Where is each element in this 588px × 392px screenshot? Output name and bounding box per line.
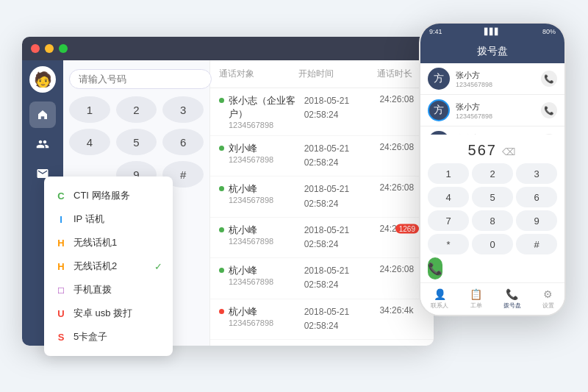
contact-phone: 1234567898 (456, 81, 535, 88)
device-menu-item[interactable]: I IP 话机 (44, 207, 173, 231)
num-btn-6[interactable]: 6 (162, 129, 204, 155)
num-btn-4[interactable]: 4 (69, 129, 110, 155)
phone-nav-label: 拨号盘 (503, 302, 521, 310)
phone-nav-label: 工单 (470, 302, 482, 310)
num-btn-2[interactable]: 2 (116, 96, 157, 123)
phone-nav-设置[interactable]: ⚙ 设置 (542, 288, 554, 310)
contact-info: 张小方 1234567898 (456, 101, 535, 120)
call-status-dot (219, 146, 224, 151)
phone-key-7[interactable]: 7 (428, 210, 469, 231)
device-icon: S (54, 330, 68, 343)
call-contact-num: 1234567898 (229, 155, 304, 164)
call-duration: 24:26:08 (379, 94, 425, 104)
device-icon: I (54, 213, 68, 226)
device-menu-item[interactable]: S 5卡盒子 (44, 325, 173, 349)
call-log-body: 张小志（企业客户） 1234567898 2018-05-2102:58:24 … (210, 88, 434, 346)
minimize-button[interactable] (45, 44, 54, 53)
device-icon: H (54, 260, 68, 273)
call-status-dot (219, 98, 224, 103)
dialer-input[interactable] (69, 69, 212, 89)
device-label: 手机直拨 (74, 283, 112, 296)
contact-item[interactable]: 方 张小方 1234567898 📞 (420, 95, 564, 126)
device-menu-item[interactable]: H 无线话机2 ✓ (44, 254, 173, 278)
device-label: 5卡盒子 (74, 330, 107, 343)
device-label: CTI 网络服务 (74, 189, 130, 202)
call-contact: 杭小峰 1234567898 (229, 264, 304, 286)
call-time: 2018-05-2102:58:24 (304, 94, 380, 122)
contact-avatar: 方 (428, 99, 450, 121)
dialer-input-row (69, 69, 204, 89)
call-time: 2018-05-2102:58:24 (304, 142, 380, 170)
call-duration: 24:26:08 (379, 182, 425, 193)
phone-nav-icon: 📋 (470, 288, 482, 300)
contact-phone: 1234567898 (456, 113, 535, 120)
phone-key-4[interactable]: 4 (428, 187, 469, 207)
device-label: IP 话机 (74, 213, 104, 226)
sidebar-icon-home[interactable] (29, 101, 56, 128)
call-contact: 刘小峰 1234567898 (229, 142, 304, 164)
call-duration: 24:26:08 (379, 142, 425, 152)
call-row[interactable]: 杭小峰 1234567898 2018-05-2102:58:24 24:26:… (210, 258, 434, 299)
phone-display: 567 ⌫ (428, 139, 557, 163)
device-icon: H (54, 236, 68, 249)
phone-nav-工单[interactable]: 📋 工单 (470, 288, 482, 310)
num-btn-3[interactable]: 3 (162, 96, 204, 123)
call-row[interactable]: 刘小峰 1234567898 2018-05-2102:58:24 24:26:… (210, 136, 434, 177)
phone-key-1[interactable]: 1 (428, 163, 469, 184)
call-time: 2018-05-2102:58:24 (304, 305, 380, 333)
call-log: 通话对象 开始时间 通话时长 张小志（企业客户） 1234567898 2018… (210, 60, 434, 346)
call-row[interactable]: 张小志（企业客户） 1234567898 2018-05-2102:58:24 … (210, 88, 434, 136)
sidebar-icon-contacts[interactable] (29, 131, 56, 157)
contact-item[interactable]: 方 张小方 1234567898 📞 (420, 63, 564, 95)
call-contact-num: 1234567898 (229, 277, 304, 286)
phone-key-2[interactable]: 2 (472, 163, 513, 184)
call-duration: 24:26:08 (379, 264, 425, 274)
phone-nav-联系人[interactable]: 👤 联系人 (431, 288, 448, 310)
phone-key-5[interactable]: 5 (472, 187, 513, 207)
device-menu-item[interactable]: U 安卓 usb 拨打 (44, 302, 173, 325)
device-label: 无线话机2 (74, 260, 117, 273)
call-contact-name: 杭小峰 (229, 305, 304, 318)
contact-name: 张小方 (456, 101, 535, 113)
call-contact-name: 刘小峰 (229, 142, 304, 155)
phone-key-9[interactable]: 9 (516, 210, 557, 231)
contact-call-btn[interactable]: 📞 (541, 102, 557, 118)
phone-key-0[interactable]: 0 (472, 234, 513, 254)
numpad: 1 2 3 4 5 6 9 # (69, 96, 204, 188)
call-row[interactable]: 杭小峰 1234567898 2018-05-2102:58:24 24:26:… (210, 218, 434, 258)
phone-key-6[interactable]: 6 (516, 187, 557, 207)
device-menu-item[interactable]: C CTI 网络服务 (44, 184, 173, 207)
call-duration: 34:26:4k (379, 305, 425, 316)
phone-nav-拨号盘[interactable]: 📞 拨号盘 (503, 288, 521, 310)
phone-key-8[interactable]: 8 (472, 210, 513, 231)
call-time: 2018-05-2102:58:24 (304, 224, 380, 252)
call-status-dot (219, 186, 224, 191)
avatar[interactable]: 🧑 (29, 66, 56, 93)
phone-nav-icon: ⚙ (543, 288, 553, 300)
phone-key-3[interactable]: 3 (516, 163, 557, 184)
maximize-button[interactable] (59, 44, 68, 53)
num-btn-5[interactable]: 5 (116, 129, 157, 155)
phone-key-#[interactable]: # (516, 234, 557, 254)
phone-key-*[interactable]: * (428, 234, 469, 254)
phone-time: 9:41 (429, 28, 442, 35)
col-header-duration: 通话时长 (377, 68, 425, 80)
close-button[interactable] (31, 44, 40, 53)
device-menu-item[interactable]: H 无线话机1 (44, 231, 173, 254)
title-bar (22, 37, 434, 60)
phone-body: 方 张小方 1234567898 📞 方 张小方 1234567898 📞 方 … (420, 63, 564, 282)
phone-delete-btn[interactable]: ⌫ (502, 146, 517, 157)
num-btn-1[interactable]: 1 (69, 96, 110, 123)
col-header-time: 开始时间 (298, 68, 378, 80)
contact-info: 张小方 1234567898 (456, 70, 535, 88)
device-menu-item[interactable]: □ 手机直拨 (44, 278, 173, 302)
call-row[interactable]: 杭小峰 1234567898 2018-05-2102:58:24 34:26:… (210, 299, 434, 340)
call-badge: 1269 (395, 224, 419, 233)
call-row[interactable]: 杭小峰 1234567898 2018-05-2102:58:24 24:26:… (210, 177, 434, 217)
phone-call-btn[interactable]: 📞 (428, 257, 442, 279)
device-icon: C (54, 189, 68, 202)
contact-item[interactable]: 方 张小方 1234567898 📞 (420, 126, 564, 135)
phone-signal: ▋▋▋ (484, 28, 500, 35)
call-contact-num: 1234567898 (229, 237, 304, 246)
contact-call-btn[interactable]: 📞 (541, 71, 557, 87)
